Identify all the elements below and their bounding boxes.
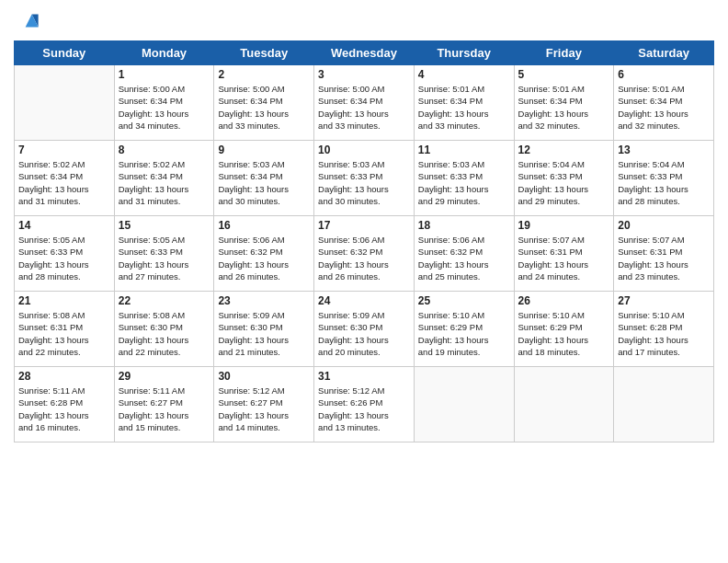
cell-info: Sunrise: 5:09 AM Sunset: 6:30 PM Dayligh… — [318, 309, 410, 358]
calendar-cell: 29Sunrise: 5:11 AM Sunset: 6:27 PM Dayli… — [114, 367, 214, 442]
day-header-tuesday: Tuesday — [214, 41, 314, 65]
day-header-friday: Friday — [514, 41, 614, 65]
day-number: 1 — [119, 68, 210, 81]
calendar-table: SundayMondayTuesdayWednesdayThursdayFrid… — [14, 40, 714, 442]
cell-info: Sunrise: 5:04 AM Sunset: 6:33 PM Dayligh… — [518, 158, 610, 207]
day-number: 4 — [418, 68, 510, 81]
cell-info: Sunrise: 5:01 AM Sunset: 6:34 PM Dayligh… — [518, 83, 610, 132]
day-number: 23 — [218, 294, 310, 307]
cell-info: Sunrise: 5:08 AM Sunset: 6:31 PM Dayligh… — [18, 309, 110, 358]
cell-info: Sunrise: 5:00 AM Sunset: 6:34 PM Dayligh… — [119, 83, 210, 132]
calendar-cell: 19Sunrise: 5:07 AM Sunset: 6:31 PM Dayli… — [514, 216, 614, 292]
calendar-cell: 28Sunrise: 5:11 AM Sunset: 6:28 PM Dayli… — [15, 367, 115, 442]
cell-info: Sunrise: 5:05 AM Sunset: 6:33 PM Dayligh… — [119, 234, 210, 282]
calendar-cell: 13Sunrise: 5:04 AM Sunset: 6:33 PM Dayli… — [614, 141, 714, 216]
cell-info: Sunrise: 5:04 AM Sunset: 6:33 PM Dayligh… — [618, 158, 710, 207]
day-header-thursday: Thursday — [414, 41, 514, 65]
calendar-cell: 25Sunrise: 5:10 AM Sunset: 6:29 PM Dayli… — [414, 292, 514, 367]
week-row-4: 21Sunrise: 5:08 AM Sunset: 6:31 PM Dayli… — [15, 292, 714, 367]
day-number: 14 — [18, 219, 110, 232]
cell-info: Sunrise: 5:07 AM Sunset: 6:31 PM Dayligh… — [618, 234, 710, 282]
day-number: 22 — [119, 294, 210, 307]
day-header-monday: Monday — [114, 41, 214, 65]
day-number: 24 — [318, 294, 410, 307]
calendar-cell: 6Sunrise: 5:01 AM Sunset: 6:34 PM Daylig… — [614, 65, 714, 141]
day-number: 9 — [218, 144, 310, 156]
day-number: 5 — [518, 68, 610, 81]
day-number: 12 — [518, 144, 610, 156]
days-header-row: SundayMondayTuesdayWednesdayThursdayFrid… — [15, 41, 714, 65]
day-number: 30 — [218, 370, 310, 383]
calendar-cell — [414, 367, 514, 442]
calendar-cell: 24Sunrise: 5:09 AM Sunset: 6:30 PM Dayli… — [314, 292, 415, 367]
day-number: 15 — [119, 219, 210, 232]
day-header-wednesday: Wednesday — [314, 41, 415, 65]
day-number: 27 — [618, 294, 710, 307]
calendar-cell: 21Sunrise: 5:08 AM Sunset: 6:31 PM Dayli… — [15, 292, 115, 367]
logo-icon — [14, 9, 40, 35]
cell-info: Sunrise: 5:11 AM Sunset: 6:28 PM Dayligh… — [18, 385, 110, 433]
calendar-cell: 14Sunrise: 5:05 AM Sunset: 6:33 PM Dayli… — [15, 216, 115, 292]
day-number: 17 — [318, 219, 410, 232]
day-number: 19 — [518, 219, 610, 232]
week-row-1: 1Sunrise: 5:00 AM Sunset: 6:34 PM Daylig… — [15, 65, 714, 141]
cell-info: Sunrise: 5:10 AM Sunset: 6:29 PM Dayligh… — [518, 309, 610, 358]
calendar-cell — [614, 367, 714, 442]
day-number: 18 — [418, 219, 510, 232]
calendar-cell: 7Sunrise: 5:02 AM Sunset: 6:34 PM Daylig… — [15, 141, 115, 216]
calendar-cell: 8Sunrise: 5:02 AM Sunset: 6:34 PM Daylig… — [114, 141, 214, 216]
calendar-cell: 16Sunrise: 5:06 AM Sunset: 6:32 PM Dayli… — [214, 216, 314, 292]
calendar-cell: 23Sunrise: 5:09 AM Sunset: 6:30 PM Dayli… — [214, 292, 314, 367]
cell-info: Sunrise: 5:10 AM Sunset: 6:29 PM Dayligh… — [418, 309, 510, 358]
cell-info: Sunrise: 5:08 AM Sunset: 6:30 PM Dayligh… — [119, 309, 210, 358]
calendar-cell: 20Sunrise: 5:07 AM Sunset: 6:31 PM Dayli… — [614, 216, 714, 292]
day-header-sunday: Sunday — [15, 41, 115, 65]
calendar-cell — [15, 65, 115, 141]
cell-info: Sunrise: 5:00 AM Sunset: 6:34 PM Dayligh… — [218, 83, 310, 132]
cell-info: Sunrise: 5:06 AM Sunset: 6:32 PM Dayligh… — [418, 234, 510, 282]
calendar-cell: 17Sunrise: 5:06 AM Sunset: 6:32 PM Dayli… — [314, 216, 415, 292]
cell-info: Sunrise: 5:02 AM Sunset: 6:34 PM Dayligh… — [18, 158, 110, 207]
day-number: 16 — [218, 219, 310, 232]
calendar-cell: 26Sunrise: 5:10 AM Sunset: 6:29 PM Dayli… — [514, 292, 614, 367]
week-row-3: 14Sunrise: 5:05 AM Sunset: 6:33 PM Dayli… — [15, 216, 714, 292]
day-number: 3 — [318, 68, 410, 81]
calendar-cell: 2Sunrise: 5:00 AM Sunset: 6:34 PM Daylig… — [214, 65, 314, 141]
day-number: 31 — [318, 370, 410, 383]
header — [14, 9, 714, 35]
cell-info: Sunrise: 5:00 AM Sunset: 6:34 PM Dayligh… — [318, 83, 410, 132]
cell-info: Sunrise: 5:05 AM Sunset: 6:33 PM Dayligh… — [18, 234, 110, 282]
cell-info: Sunrise: 5:12 AM Sunset: 6:26 PM Dayligh… — [318, 385, 410, 433]
calendar-cell: 4Sunrise: 5:01 AM Sunset: 6:34 PM Daylig… — [414, 65, 514, 141]
logo — [14, 9, 43, 35]
cell-info: Sunrise: 5:06 AM Sunset: 6:32 PM Dayligh… — [318, 234, 410, 282]
cell-info: Sunrise: 5:12 AM Sunset: 6:27 PM Dayligh… — [218, 385, 310, 433]
day-number: 20 — [618, 219, 710, 232]
day-header-saturday: Saturday — [614, 41, 714, 65]
calendar-cell: 31Sunrise: 5:12 AM Sunset: 6:26 PM Dayli… — [314, 367, 415, 442]
cell-info: Sunrise: 5:03 AM Sunset: 6:34 PM Dayligh… — [218, 158, 310, 207]
cell-info: Sunrise: 5:09 AM Sunset: 6:30 PM Dayligh… — [218, 309, 310, 358]
calendar-cell: 22Sunrise: 5:08 AM Sunset: 6:30 PM Dayli… — [114, 292, 214, 367]
calendar-cell: 15Sunrise: 5:05 AM Sunset: 6:33 PM Dayli… — [114, 216, 214, 292]
day-number: 11 — [418, 144, 510, 156]
day-number: 13 — [618, 144, 710, 156]
cell-info: Sunrise: 5:11 AM Sunset: 6:27 PM Dayligh… — [119, 385, 210, 433]
day-number: 2 — [218, 68, 310, 81]
day-number: 25 — [418, 294, 510, 307]
day-number: 26 — [518, 294, 610, 307]
week-row-2: 7Sunrise: 5:02 AM Sunset: 6:34 PM Daylig… — [15, 141, 714, 216]
day-number: 10 — [318, 144, 410, 156]
calendar-cell: 9Sunrise: 5:03 AM Sunset: 6:34 PM Daylig… — [214, 141, 314, 216]
cell-info: Sunrise: 5:01 AM Sunset: 6:34 PM Dayligh… — [618, 83, 710, 132]
cell-info: Sunrise: 5:10 AM Sunset: 6:28 PM Dayligh… — [618, 309, 710, 358]
calendar-cell: 30Sunrise: 5:12 AM Sunset: 6:27 PM Dayli… — [214, 367, 314, 442]
day-number: 21 — [18, 294, 110, 307]
cell-info: Sunrise: 5:03 AM Sunset: 6:33 PM Dayligh… — [418, 158, 510, 207]
calendar-cell: 10Sunrise: 5:03 AM Sunset: 6:33 PM Dayli… — [314, 141, 415, 216]
day-number: 28 — [18, 370, 110, 383]
day-number: 8 — [119, 144, 210, 156]
calendar-cell: 18Sunrise: 5:06 AM Sunset: 6:32 PM Dayli… — [414, 216, 514, 292]
cell-info: Sunrise: 5:01 AM Sunset: 6:34 PM Dayligh… — [418, 83, 510, 132]
cell-info: Sunrise: 5:03 AM Sunset: 6:33 PM Dayligh… — [318, 158, 410, 207]
